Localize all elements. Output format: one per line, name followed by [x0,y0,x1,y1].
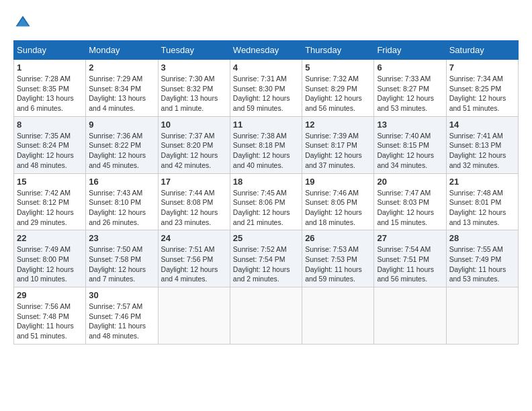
day-number: 15 [17,177,83,187]
calendar-cell: 16Sunrise: 7:43 AMSunset: 8:10 PMDayligh… [86,173,158,230]
day-info: Sunrise: 7:48 AMSunset: 8:01 PMDaylight:… [449,188,515,228]
day-number: 25 [233,233,299,243]
calendar-table: SundayMondayTuesdayWednesdayThursdayFrid… [13,40,519,345]
day-info: Sunrise: 7:51 AMSunset: 7:56 PMDaylight:… [161,244,227,284]
day-number: 6 [377,62,443,73]
day-number: 7 [449,62,515,73]
calendar-cell: 13Sunrise: 7:40 AMSunset: 8:15 PMDayligh… [374,116,446,173]
day-number: 17 [161,177,227,187]
calendar-cell [158,287,230,345]
calendar-cell: 7Sunrise: 7:34 AMSunset: 8:25 PMDaylight… [446,60,518,117]
day-number: 4 [233,62,299,73]
day-number: 9 [89,120,154,130]
day-number: 29 [17,290,83,300]
day-info: Sunrise: 7:30 AMSunset: 8:32 PMDaylight:… [161,74,227,113]
day-info: Sunrise: 7:43 AMSunset: 8:10 PMDaylight:… [89,188,154,228]
header-day-friday: Friday [374,41,446,60]
day-number: 16 [89,177,154,187]
calendar-cell: 9Sunrise: 7:36 AMSunset: 8:22 PMDaylight… [86,116,158,173]
calendar-cell: 11Sunrise: 7:38 AMSunset: 8:18 PMDayligh… [230,116,302,173]
day-info: Sunrise: 7:50 AMSunset: 7:58 PMDaylight:… [89,244,154,284]
day-info: Sunrise: 7:42 AMSunset: 8:12 PMDaylight:… [17,188,83,228]
day-number: 18 [233,177,299,187]
calendar-cell: 20Sunrise: 7:47 AMSunset: 8:03 PMDayligh… [374,173,446,230]
week-row-4: 22Sunrise: 7:49 AMSunset: 8:00 PMDayligh… [14,230,519,287]
week-row-5: 29Sunrise: 7:56 AMSunset: 7:48 PMDayligh… [14,287,519,345]
week-row-3: 15Sunrise: 7:42 AMSunset: 8:12 PMDayligh… [14,173,519,230]
calendar-cell: 28Sunrise: 7:55 AMSunset: 7:49 PMDayligh… [446,230,518,287]
calendar-cell: 2Sunrise: 7:29 AMSunset: 8:34 PMDaylight… [86,60,158,117]
day-number: 14 [449,120,515,130]
calendar-body: 1Sunrise: 7:28 AMSunset: 8:35 PMDaylight… [14,60,519,345]
day-info: Sunrise: 7:34 AMSunset: 8:25 PMDaylight:… [449,74,515,113]
calendar-cell: 1Sunrise: 7:28 AMSunset: 8:35 PMDaylight… [14,60,86,117]
day-info: Sunrise: 7:47 AMSunset: 8:03 PMDaylight:… [377,188,443,228]
calendar-cell [446,287,518,345]
day-info: Sunrise: 7:35 AMSunset: 8:24 PMDaylight:… [17,131,83,171]
logo-icon [13,13,32,32]
calendar-cell: 21Sunrise: 7:48 AMSunset: 8:01 PMDayligh… [446,173,518,230]
calendar-cell: 29Sunrise: 7:56 AMSunset: 7:48 PMDayligh… [14,287,86,345]
page-header [13,13,519,32]
calendar-cell: 3Sunrise: 7:30 AMSunset: 8:32 PMDaylight… [158,60,230,117]
calendar-cell [230,287,302,345]
day-info: Sunrise: 7:40 AMSunset: 8:15 PMDaylight:… [377,131,443,171]
calendar-cell: 17Sunrise: 7:44 AMSunset: 8:08 PMDayligh… [158,173,230,230]
day-number: 28 [449,233,515,243]
week-row-2: 8Sunrise: 7:35 AMSunset: 8:24 PMDaylight… [14,116,519,173]
calendar-cell: 24Sunrise: 7:51 AMSunset: 7:56 PMDayligh… [158,230,230,287]
header-day-saturday: Saturday [446,41,518,60]
day-number: 20 [377,177,443,187]
day-info: Sunrise: 7:49 AMSunset: 8:00 PMDaylight:… [17,244,83,284]
day-number: 26 [305,233,371,243]
calendar-cell: 5Sunrise: 7:32 AMSunset: 8:29 PMDaylight… [302,60,374,117]
header-row: SundayMondayTuesdayWednesdayThursdayFrid… [14,41,519,60]
day-info: Sunrise: 7:46 AMSunset: 8:05 PMDaylight:… [305,188,371,228]
header-day-sunday: Sunday [14,41,86,60]
day-number: 27 [377,233,443,243]
calendar-cell: 23Sunrise: 7:50 AMSunset: 7:58 PMDayligh… [86,230,158,287]
day-info: Sunrise: 7:37 AMSunset: 8:20 PMDaylight:… [161,131,227,171]
day-number: 24 [161,233,227,243]
day-number: 10 [161,120,227,130]
day-info: Sunrise: 7:52 AMSunset: 7:54 PMDaylight:… [233,244,299,284]
day-number: 22 [17,233,83,243]
day-number: 3 [161,62,227,73]
day-info: Sunrise: 7:29 AMSunset: 8:34 PMDaylight:… [89,74,154,113]
day-info: Sunrise: 7:41 AMSunset: 8:13 PMDaylight:… [449,131,515,171]
day-number: 5 [305,62,371,73]
day-info: Sunrise: 7:32 AMSunset: 8:29 PMDaylight:… [305,74,371,113]
calendar-cell: 30Sunrise: 7:57 AMSunset: 7:46 PMDayligh… [86,287,158,345]
day-number: 11 [233,120,299,130]
day-info: Sunrise: 7:54 AMSunset: 7:51 PMDaylight:… [377,244,443,284]
day-info: Sunrise: 7:39 AMSunset: 8:17 PMDaylight:… [305,131,371,171]
calendar-cell [374,287,446,345]
header-day-tuesday: Tuesday [158,41,230,60]
day-number: 23 [89,233,154,243]
day-number: 8 [17,120,83,130]
day-info: Sunrise: 7:55 AMSunset: 7:49 PMDaylight:… [449,244,515,284]
day-info: Sunrise: 7:45 AMSunset: 8:06 PMDaylight:… [233,188,299,228]
day-info: Sunrise: 7:38 AMSunset: 8:18 PMDaylight:… [233,131,299,171]
calendar-cell [302,287,374,345]
calendar-cell: 27Sunrise: 7:54 AMSunset: 7:51 PMDayligh… [374,230,446,287]
calendar-cell: 19Sunrise: 7:46 AMSunset: 8:05 PMDayligh… [302,173,374,230]
day-number: 2 [89,62,154,73]
header-day-wednesday: Wednesday [230,41,302,60]
calendar-cell: 22Sunrise: 7:49 AMSunset: 8:00 PMDayligh… [14,230,86,287]
logo [13,13,35,32]
day-info: Sunrise: 7:28 AMSunset: 8:35 PMDaylight:… [17,74,83,113]
day-number: 21 [449,177,515,187]
calendar-cell: 14Sunrise: 7:41 AMSunset: 8:13 PMDayligh… [446,116,518,173]
calendar-cell: 25Sunrise: 7:52 AMSunset: 7:54 PMDayligh… [230,230,302,287]
calendar-cell: 8Sunrise: 7:35 AMSunset: 8:24 PMDaylight… [14,116,86,173]
calendar-cell: 18Sunrise: 7:45 AMSunset: 8:06 PMDayligh… [230,173,302,230]
day-info: Sunrise: 7:57 AMSunset: 7:46 PMDaylight:… [89,302,154,341]
day-number: 1 [17,62,83,73]
calendar-cell: 10Sunrise: 7:37 AMSunset: 8:20 PMDayligh… [158,116,230,173]
day-number: 19 [305,177,371,187]
day-info: Sunrise: 7:33 AMSunset: 8:27 PMDaylight:… [377,74,443,113]
day-number: 13 [377,120,443,130]
calendar-cell: 4Sunrise: 7:31 AMSunset: 8:30 PMDaylight… [230,60,302,117]
day-info: Sunrise: 7:53 AMSunset: 7:53 PMDaylight:… [305,244,371,284]
